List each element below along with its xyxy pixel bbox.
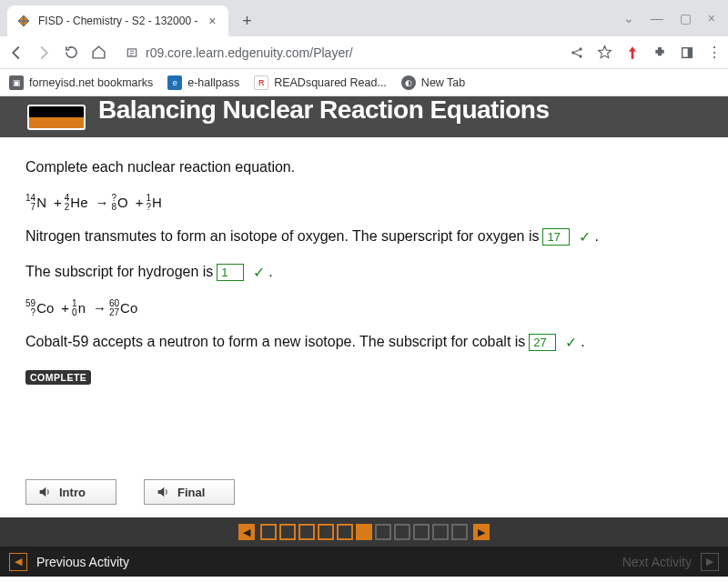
question-text: The subscript for hydrogen is — [25, 264, 213, 280]
progress-step[interactable] — [279, 524, 296, 540]
account-icon[interactable] — [680, 45, 694, 60]
close-tab-icon[interactable]: × — [205, 14, 219, 28]
speaker-icon — [37, 485, 52, 499]
address-bar: r09.core.learn.edgenuity.com/Player/ ⋮ — [0, 36, 728, 69]
complete-badge: COMPLETE — [25, 370, 91, 385]
answer-line-1: Nitrogen transmutes to form an isotope o… — [25, 228, 703, 246]
bookmark-star-icon[interactable] — [597, 45, 612, 60]
lesson-header: Balancing Nuclear Reaction Equations — [0, 96, 728, 137]
intro-audio-button[interactable]: Intro — [25, 479, 116, 505]
check-icon: ✓ — [579, 228, 591, 246]
prev-activity-label[interactable]: Previous Activity — [36, 555, 129, 569]
progress-step[interactable] — [451, 524, 468, 540]
progress-step[interactable] — [432, 524, 449, 540]
answer-box[interactable]: 17 — [542, 228, 570, 246]
lesson-badge — [27, 105, 86, 130]
check-icon: ✓ — [565, 334, 577, 351]
footer-nav: ◀ Previous Activity Next Activity ▶ — [0, 547, 728, 577]
speaker-icon — [156, 485, 170, 499]
bookmark-label: e-hallpass — [187, 76, 239, 89]
answer-line-3: Cobalt-59 accepts a neutron to form a ne… — [25, 334, 703, 351]
extensions-icon[interactable] — [652, 45, 667, 60]
prompt-text: Complete each nuclear reaction equation. — [25, 157, 703, 177]
answer-box[interactable]: 1 — [217, 264, 244, 281]
bookmark-label: forneyisd.net bookmarks — [29, 76, 153, 89]
question-text: Cobalt-59 accepts a neutron to form a ne… — [25, 334, 525, 350]
svg-rect-5 — [688, 47, 693, 57]
progress-prev-button[interactable]: ◀ — [238, 524, 255, 540]
bookmark-label: READsquared Read... — [274, 76, 387, 89]
question-text: Nitrogen transmutes to form an isotope o… — [25, 228, 539, 245]
back-button[interactable] — [7, 44, 25, 62]
progress-step[interactable] — [394, 524, 410, 540]
bookmarks-bar: ▣ forneyisd.net bookmarks e e-hallpass R… — [0, 69, 728, 96]
final-audio-button[interactable]: Final — [144, 479, 235, 505]
bookmark-label: New Tab — [421, 76, 465, 89]
minimize-icon[interactable]: — — [651, 11, 663, 25]
browser-tab-strip: FISD - Chemistry - S2 - 132000 - × + ⌄ —… — [0, 0, 728, 36]
next-activity-button[interactable]: ▶ — [701, 553, 719, 571]
progress-next-button[interactable]: ▶ — [473, 524, 490, 540]
bookmark-item[interactable]: e e-hallpass — [167, 75, 239, 90]
browser-tab[interactable]: FISD - Chemistry - S2 - 132000 - × — [7, 5, 228, 36]
url-field[interactable]: r09.core.learn.edgenuity.com/Player/ — [116, 45, 561, 60]
progress-step[interactable] — [375, 524, 391, 540]
globe-icon: ◐ — [401, 75, 416, 90]
progress-step[interactable] — [298, 524, 315, 540]
reload-button[interactable] — [62, 44, 80, 62]
tab-title: FISD - Chemistry - S2 - 132000 - — [38, 15, 197, 27]
app-icon: e — [167, 75, 182, 90]
app-icon: R — [254, 75, 268, 90]
equation-1: 147N + 42He → ?8O + 1?H — [25, 194, 703, 212]
bookmark-item[interactable]: ◐ New Tab — [401, 75, 465, 90]
equation-2: 59?Co + 10n → 6027Co — [25, 299, 703, 317]
progress-step[interactable] — [260, 524, 277, 540]
new-tab-button[interactable]: + — [234, 8, 259, 34]
button-label: Intro — [59, 486, 86, 499]
answer-box[interactable]: 27 — [529, 334, 556, 351]
maximize-icon[interactable]: ▢ — [680, 11, 692, 25]
menu-icon[interactable]: ⋮ — [707, 44, 721, 61]
forward-button[interactable] — [35, 44, 53, 62]
folder-icon: ▣ — [9, 75, 24, 90]
home-button[interactable] — [89, 44, 107, 62]
lesson-content: Complete each nuclear reaction equation.… — [0, 137, 728, 474]
bookmark-item[interactable]: R READsquared Read... — [254, 75, 387, 90]
button-label: Final — [177, 486, 205, 499]
progress-step[interactable] — [356, 524, 372, 540]
lesson-title: Balancing Nuclear Reaction Equations — [98, 96, 549, 125]
prev-activity-button[interactable]: ◀ — [9, 553, 27, 571]
bookmark-folder[interactable]: ▣ forneyisd.net bookmarks — [9, 75, 153, 90]
audio-button-row: Intro Final — [0, 474, 728, 517]
progress-strip: ◀ ▶ — [0, 517, 728, 547]
site-info-icon[interactable] — [126, 46, 138, 59]
progress-step[interactable] — [337, 524, 353, 540]
tab-favicon — [16, 14, 31, 28]
progress-step[interactable] — [318, 524, 334, 540]
check-icon: ✓ — [253, 264, 265, 281]
window-controls: ⌄ — ▢ × — [623, 11, 728, 25]
progress-step[interactable] — [413, 524, 430, 540]
share-icon[interactable] — [570, 45, 584, 60]
url-text: r09.core.learn.edgenuity.com/Player/ — [146, 45, 353, 60]
chevron-down-icon[interactable]: ⌄ — [623, 11, 634, 25]
extension-pin-icon[interactable] — [625, 45, 640, 60]
answer-line-2: The subscript for hydrogen is 1 ✓ . — [25, 264, 703, 281]
next-activity-label[interactable]: Next Activity — [622, 555, 692, 569]
close-window-icon[interactable]: × — [708, 11, 715, 25]
